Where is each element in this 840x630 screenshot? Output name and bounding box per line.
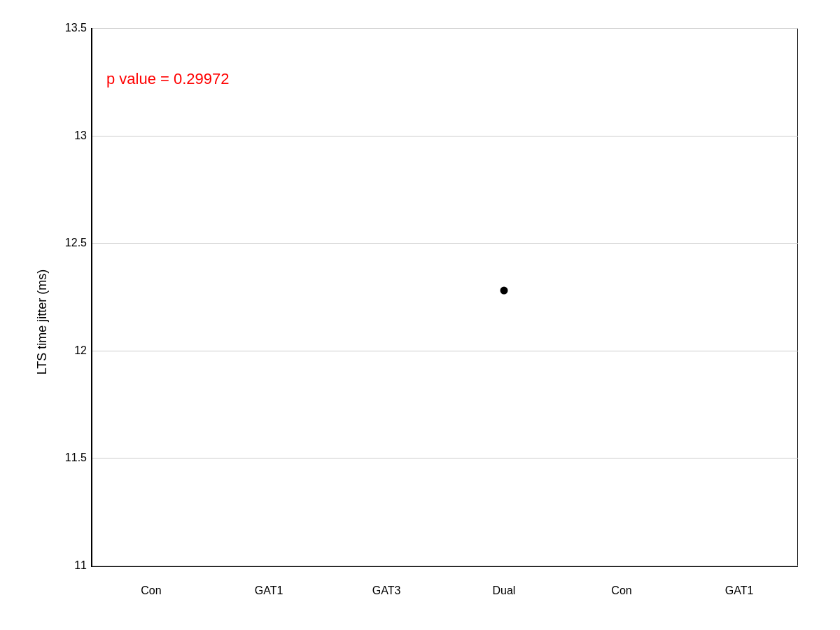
y-tick-13: 13 xyxy=(74,130,87,142)
data-point-dual xyxy=(500,286,507,294)
x-tick-con1: Con xyxy=(141,584,161,597)
plot-area: 13.5 13 12.5 12 11.5 11 Con GAT1 GAT3 Du… xyxy=(91,28,798,567)
y-tick-12: 12 xyxy=(74,344,87,357)
chart-container: LTS time jitter (ms) 13.5 13 12.5 12 11. xyxy=(0,0,840,630)
chart-wrapper: LTS time jitter (ms) 13.5 13 12.5 12 11. xyxy=(35,21,805,623)
gridline-13-5 xyxy=(92,28,798,29)
y-tick-12-5: 12.5 xyxy=(65,237,87,249)
border-right xyxy=(797,28,798,566)
gridline-13 xyxy=(92,136,798,136)
y-tick-13-5: 13.5 xyxy=(65,22,87,34)
x-tick-dual: Dual xyxy=(493,584,516,597)
y-tick-11-5: 11.5 xyxy=(65,451,87,464)
gridline-12 xyxy=(92,351,798,351)
gridline-11 xyxy=(92,566,798,566)
y-tick-11: 11 xyxy=(74,559,87,572)
gridline-11-5 xyxy=(92,458,798,458)
gridline-12-5 xyxy=(92,243,798,244)
x-tick-gat1: GAT1 xyxy=(255,584,284,597)
x-tick-con2: Con xyxy=(611,584,631,597)
x-tick-gat1b: GAT1 xyxy=(725,584,754,597)
x-tick-gat3: GAT3 xyxy=(372,584,401,597)
p-value-annotation: p value = 0.29972 xyxy=(106,70,230,88)
y-axis-label: LTS time jitter (ms) xyxy=(35,270,50,375)
